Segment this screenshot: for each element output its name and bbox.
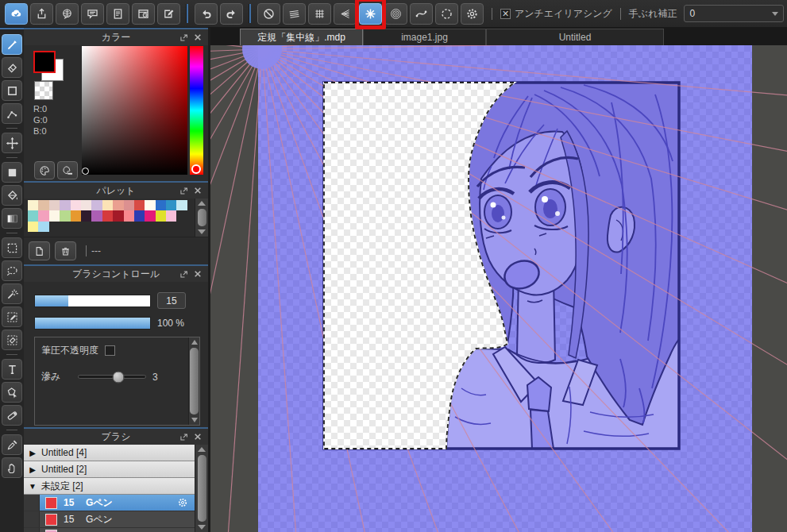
palette-swatch[interactable] [134,210,145,221]
ruler-focus-lines-button[interactable] [359,3,382,25]
brush-settings-gear-icon[interactable] [177,497,188,508]
palette-swatch[interactable] [156,200,166,210]
antialiasing-toggle[interactable]: ✕ アンチエイリアシング [500,7,612,21]
brush-group-2[interactable]: ▶Untitled [2] [24,461,195,478]
palette-swatch[interactable] [28,210,38,221]
scrollbar-thumb[interactable] [198,209,206,226]
stabilization-select[interactable]: 0 [684,5,784,22]
hue-slider[interactable] [190,46,203,175]
brush-item-3[interactable] [24,528,195,532]
document-button[interactable] [106,3,129,25]
brush-size-slider[interactable] [34,295,151,307]
polyline-pen-tool[interactable] [2,103,22,124]
hand-tool[interactable] [2,457,22,478]
ruler-off-button[interactable] [257,3,280,25]
scroll-down-icon[interactable] [198,229,206,234]
palette-swatch[interactable] [81,210,91,221]
popout-icon[interactable] [178,185,189,196]
operation-tool[interactable] [2,382,22,403]
canvas-svg[interactable] [210,45,787,532]
cloud-sync-button[interactable] [5,3,28,25]
palette-swatch[interactable] [28,222,38,232]
palette-swatch[interactable] [156,210,166,221]
palette-swatch[interactable] [124,200,134,210]
palette-swatch[interactable] [38,210,48,221]
document-tab-2[interactable]: image1.jpg [363,29,486,45]
palette-swatch[interactable] [49,200,60,210]
document-tab-1[interactable]: 定規「集中線」.mdp [240,29,363,45]
scroll-down-icon[interactable] [198,525,206,530]
brush-opacity-slider[interactable] [34,317,151,330]
select-lasso-tool[interactable] [2,260,22,281]
palette-swatch[interactable] [71,210,81,221]
eraser-tool[interactable] [2,57,22,78]
redo-button[interactable] [220,3,243,25]
close-icon[interactable] [192,268,203,279]
palette-scrollbar[interactable] [195,199,208,237]
ruler-parallel-button[interactable] [283,3,306,25]
palette-swatch[interactable] [91,200,102,210]
palette-swatch[interactable] [134,200,145,210]
compose-button[interactable] [157,3,180,25]
eyedropper-tool[interactable] [2,434,22,455]
palette-swatch[interactable] [145,210,155,221]
select-pen-tool[interactable] [2,306,22,327]
palette-swatch[interactable] [38,200,48,210]
palette-swatch[interactable] [71,200,81,210]
palette-swatch[interactable] [81,200,91,210]
document-tab-3[interactable]: Untitled [486,29,664,45]
move-tool[interactable] [2,133,22,153]
brush-group-1[interactable]: ▶Untitled [4] [24,445,195,461]
ruler-curve-button[interactable] [410,3,433,25]
foreground-color-swatch[interactable] [33,51,56,73]
antialiasing-checkbox[interactable]: ✕ [500,9,511,19]
select-eraser-tool[interactable] [2,330,22,350]
palette-swatch[interactable] [113,200,123,210]
palette-swatch[interactable] [176,200,187,210]
select-rect-tool[interactable] [2,237,22,258]
saturation-value-picker[interactable] [82,46,187,175]
brush-options-scrollbar[interactable] [188,337,199,425]
ruler-ellipse-button[interactable] [435,3,458,25]
delete-palette-button[interactable] [55,241,76,260]
brush-tool[interactable] [2,34,22,55]
bleed-slider-handle[interactable] [113,371,125,383]
text-tool[interactable] [2,359,22,380]
brush-item-1[interactable]: 15Gペン [24,495,195,511]
scroll-up-icon[interactable] [191,340,198,345]
palette-swatch[interactable] [28,200,38,210]
canvas-viewport[interactable] [210,45,787,532]
color-options-button[interactable] [57,161,78,179]
community-button[interactable] [56,3,79,25]
undo-button[interactable] [195,3,218,25]
scrollbar-thumb[interactable] [198,455,206,522]
palette-swatch[interactable] [91,210,102,221]
scrollbar-thumb[interactable] [190,348,199,414]
add-palette-button[interactable] [29,241,50,260]
gradient-tool[interactable] [2,208,22,229]
popout-icon[interactable] [178,431,189,442]
scroll-up-icon[interactable] [198,201,206,206]
palette-swatch[interactable] [166,200,176,210]
popout-icon[interactable] [178,32,189,43]
brush-list-scrollbar[interactable] [195,445,208,532]
palette-swatch[interactable] [113,210,123,221]
palette-swatch[interactable] [124,210,134,221]
bucket-tool[interactable] [2,185,22,206]
pressure-opacity-checkbox[interactable] [105,345,115,356]
transparent-color-swatch[interactable] [34,81,53,100]
chat-button[interactable] [81,3,104,25]
brush-group-3[interactable]: ▼未設定 [2] [24,478,195,495]
color-wheel-button[interactable] [34,161,55,179]
shape-rect-tool[interactable] [2,80,22,101]
fill-rect-tool[interactable] [2,162,22,183]
ruler-vanishing-point-button[interactable] [334,3,357,25]
palette-swatch[interactable] [145,200,155,210]
ruler-settings-button[interactable] [461,3,484,25]
export-button[interactable] [30,3,53,25]
palette-swatch[interactable] [60,210,70,221]
magic-wand-tool[interactable] [2,283,22,304]
palette-swatch[interactable] [166,210,176,221]
palette-swatch[interactable] [49,210,60,221]
close-icon[interactable] [192,431,203,442]
